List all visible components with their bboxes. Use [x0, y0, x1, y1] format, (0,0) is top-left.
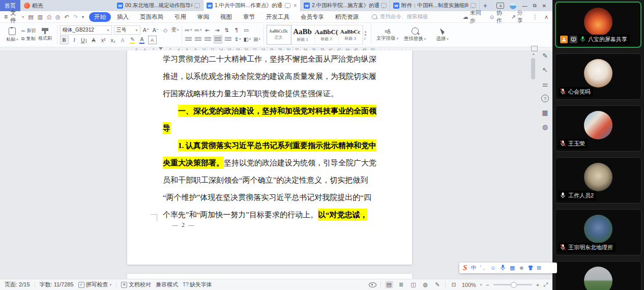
ime-skin-icon[interactable] [528, 266, 533, 270]
redo-icon[interactable]: ↷ [73, 14, 78, 20]
font-name-select[interactable]: 楷体_GB2312▾ [60, 25, 112, 35]
annotate-pen-icon[interactable]: ✎ [542, 52, 548, 60]
show-marks-button[interactable]: ¶ [233, 26, 241, 34]
zoom-slider[interactable] [493, 284, 532, 285]
more-menu-icon[interactable]: ⋮ [532, 14, 538, 20]
italic-button[interactable]: I [71, 36, 78, 44]
save-icon[interactable]: ▤ [28, 14, 33, 20]
restore-button[interactable]: ⧉ [533, 3, 536, 9]
font-size-select[interactable]: 三号▾ [114, 25, 140, 35]
menu-tab-引用[interactable]: 引用 [169, 12, 191, 22]
weather-icon[interactable] [510, 3, 516, 9]
minimize-button[interactable]: — [522, 3, 527, 9]
char-shading-button[interactable]: A [119, 36, 127, 44]
zoom-caret-icon[interactable]: ▾ [480, 283, 482, 287]
menu-tab-章节[interactable]: 章节 [238, 12, 260, 22]
print-icon[interactable]: ⎙ [47, 14, 51, 20]
export-icon[interactable]: ▥ [38, 14, 43, 20]
menu-tab-视图[interactable]: 视图 [215, 12, 237, 22]
justify-button[interactable] [214, 35, 222, 44]
cut-button[interactable]: ✂剪切 [21, 27, 36, 34]
participant-tile[interactable]: 心会笑吗 [555, 53, 641, 100]
command-search[interactable]: 查找命令、搜索模板 [372, 13, 463, 20]
text-effects-button[interactable]: 变▾ [171, 26, 179, 34]
style-gallery-scroll[interactable]: ▲▼≡ [363, 24, 368, 46]
zoom-out-button[interactable]: − [486, 282, 489, 288]
ime-account-icon[interactable]: ☻ [518, 265, 524, 271]
subscript-button[interactable]: x₂ [109, 36, 117, 44]
menu-tab-会员专享[interactable]: 会员专享 [296, 12, 329, 22]
document-page[interactable]: 学习贯彻党的二十大精神工作，坚持不懈把全面从严治党向纵深推进，以系统观念推动全院… [127, 50, 412, 265]
format-painter-button[interactable]: 格式刷 [36, 24, 54, 46]
document-tab[interactable]: W1.中共中国科...作要点》的通知✕ [203, 0, 301, 11]
settings-slider-icon[interactable]: ⚌ [542, 80, 548, 88]
bold-button[interactable]: B [60, 36, 69, 44]
pen-view-icon[interactable]: ✎ [433, 281, 441, 288]
participant-tile[interactable]: 八宝的屏幕共享 [555, 2, 641, 48]
undo-icon[interactable]: ↶ [65, 14, 69, 20]
quickbar-caret-icon[interactable]: ▾ [82, 15, 84, 19]
copy-button[interactable]: ⧉复制 [21, 36, 36, 42]
first-line-indent-marker[interactable] [159, 47, 163, 50]
vertical-scrollbar-thumb[interactable] [531, 58, 535, 79]
participant-tile[interactable]: 工作人员2 [555, 157, 641, 204]
style-标题 3[interactable]: AaBbCc标题 3 [339, 25, 363, 44]
decrease-indent-button[interactable]: ⇤ [204, 26, 212, 34]
tab-close-icon[interactable]: ✕ [292, 3, 298, 8]
sogou-logo-icon[interactable]: S [463, 264, 467, 272]
align-right-button[interactable] [204, 36, 212, 43]
find-replace-button[interactable]: 查找替换 ▾ [401, 24, 429, 46]
tab-list-icon[interactable]: 4 [496, 3, 504, 9]
file-caret-icon[interactable]: ▾ [22, 15, 24, 19]
ime-emoji-icon[interactable]: ☺ [490, 265, 496, 271]
participant-tile[interactable]: 王宗明东北地理所 [555, 209, 641, 255]
participant-tile[interactable]: 王玉荣 [555, 105, 641, 152]
zoom-in-button[interactable]: + [536, 282, 539, 288]
style-标题 1[interactable]: AaBb标题 1 [291, 25, 315, 44]
outline-view-icon[interactable]: ≣ [397, 281, 405, 288]
select-button[interactable]: 选择 ▾ [429, 24, 456, 46]
proofread-button[interactable]: ✕ 文档校对 [121, 281, 151, 288]
ime-keyboard-icon[interactable]: ▦ [510, 265, 515, 271]
menu-tab-开发工具[interactable]: 开发工具 [261, 12, 295, 22]
superscript-button[interactable]: x² [100, 36, 107, 44]
two-page-view-icon[interactable]: ◫ [409, 281, 417, 288]
menu-tab-开始[interactable]: 开始 [89, 12, 111, 22]
numbered-list-button[interactable]: ≕▾ [194, 26, 202, 34]
char-border-button[interactable]: A [148, 36, 157, 44]
fullscreen-icon[interactable]: ⤢ [543, 281, 548, 288]
zoom-level[interactable]: 100% [462, 282, 476, 288]
style-正文[interactable]: AaBbCcDc正文 [267, 25, 291, 44]
zoom-slider-knob[interactable] [511, 282, 517, 288]
spell-check-button[interactable]: ✓ 拼写检查▾ [78, 281, 112, 288]
ruler-toggle-button[interactable]: ▭ [243, 26, 250, 34]
typeset-button[interactable]: ≡A̲ 文字排版 ▾ [374, 24, 401, 46]
file-menu[interactable]: 文件 [10, 9, 19, 24]
underline-button[interactable]: U▾ [80, 36, 88, 44]
sync-status[interactable]: ☁未同步 [463, 9, 483, 24]
sort-button[interactable]: ⇅ [223, 26, 231, 34]
distribute-button[interactable] [224, 36, 232, 43]
collaborate-button[interactable]: ☺协作 [489, 9, 505, 24]
strikethrough-button[interactable]: A [90, 36, 98, 44]
print-preview-icon[interactable]: ◎ [55, 14, 61, 20]
shading-button[interactable]: ◧▾ [244, 36, 251, 43]
hamburger-icon[interactable]: ≡ [4, 13, 8, 20]
ime-lang-toggle[interactable]: 中 [471, 265, 476, 271]
help-circle-icon[interactable]: ? [541, 95, 549, 102]
style-标题 2[interactable]: AaBbC(标题 2 [315, 25, 339, 44]
document-tab[interactable]: W00.东北地理...规定动作指导单 [114, 0, 203, 11]
document-tab[interactable]: W附件：中国科...制度实施细则 [390, 0, 480, 11]
close-button[interactable]: ✕ [542, 3, 546, 9]
share-button[interactable]: ↗分享 [511, 9, 525, 24]
align-center-button[interactable] [194, 36, 202, 43]
menu-tab-审阅[interactable]: 审阅 [192, 12, 214, 22]
bullet-list-button[interactable]: ≔▾ [185, 26, 192, 34]
font-color-button[interactable]: A [138, 36, 146, 44]
increase-indent-button[interactable]: ⇥ [214, 26, 221, 34]
clear-format-button[interactable]: ◇ [162, 26, 169, 34]
pointer-cursor-icon[interactable]: ↖ [542, 66, 548, 74]
eye-protect-icon[interactable] [369, 282, 376, 287]
menu-tab-稻壳资源[interactable]: 稻壳资源 [330, 12, 364, 22]
align-left-button[interactable] [185, 36, 192, 43]
